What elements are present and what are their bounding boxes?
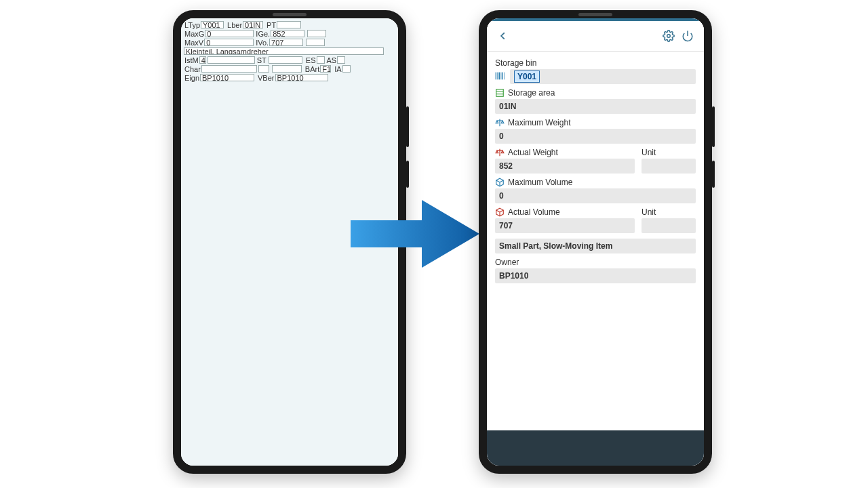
legacy-field[interactable] [258,65,269,73]
legacy-field[interactable] [201,65,257,73]
unit-label: Unit [642,148,656,157]
svg-rect-6 [501,72,502,79]
storage-bin-value: Y001 [514,70,540,83]
svg-rect-3 [496,72,496,79]
storage-area-value: 01IN [499,102,516,111]
svg-point-1 [667,35,671,38]
legacy-field[interactable]: 4 [199,56,206,64]
legacy-field[interactable]: BP1010 [200,74,254,81]
description-input[interactable]: Small Part, Slow-Moving Item [495,239,696,253]
legacy-field[interactable]: BP1010 [275,74,328,81]
phone-speaker [578,13,612,16]
app-header [487,21,704,52]
legacy-label: Eign [184,74,200,83]
storage-bin-label: Storage bin [495,58,536,68]
legacy-label: IA [334,65,342,74]
legacy-label: BArt [304,65,320,74]
barcode-icon [495,71,506,83]
owner-label: Owner [495,258,519,267]
svg-marker-0 [351,200,479,268]
legacy-label: LTyp [184,21,201,30]
owner-value: BP1010 [499,271,528,281]
legacy-label: IGe. [255,30,271,39]
max-weight-value: 0 [499,131,504,141]
bottom-bar [487,430,704,466]
max-weight-input[interactable]: 0 [495,129,696,144]
legacy-field[interactable] [337,56,345,64]
legacy-form: LTyp Y001 Lber 01IN PT MaxG 0 IGe. 852 [181,18,398,85]
cube-icon [495,178,505,187]
legacy-label: MaxG [184,30,205,39]
actual-weight-label: Actual Weight [508,148,558,157]
legacy-field[interactable]: 0 [204,39,254,46]
legacy-field[interactable] [277,21,301,28]
legacy-label: ST [256,56,267,65]
legacy-field[interactable]: Kleinteil, Langsamdreher [184,47,384,55]
phone-button [712,161,715,188]
actual-weight-unit-input[interactable] [642,159,696,174]
settings-button[interactable] [659,26,678,45]
legacy-field[interactable]: F1 [320,65,331,73]
legacy-field[interactable] [272,65,302,73]
legacy-field[interactable]: Y001 [201,21,224,28]
phone-button [406,106,409,147]
scale-icon [495,118,505,127]
svg-rect-7 [502,72,503,79]
legacy-label: Lber [226,21,243,30]
storage-area-input[interactable]: 01IN [495,99,696,114]
phone-button [712,106,715,147]
svg-rect-4 [497,72,498,79]
max-volume-label: Maximum Volume [508,178,572,187]
legacy-field[interactable] [208,56,255,64]
actual-weight-value: 852 [499,161,513,171]
max-volume-value: 0 [499,191,504,201]
legacy-label: IVo. [255,39,269,47]
form-content: Storage bin Y001 [487,52,704,430]
svg-rect-8 [504,72,505,79]
cube-red-icon [495,207,505,217]
modern-phone: Storage bin Y001 [479,10,712,474]
phone-speaker [273,13,307,16]
storage-area-label: Storage area [508,88,555,98]
description-value: Small Part, Slow-Moving Item [499,241,612,251]
legacy-field[interactable] [306,39,325,46]
legacy-label: VBer [257,74,275,83]
legacy-field[interactable]: 01IN [243,21,263,28]
legacy-label: MaxV [184,39,204,47]
legacy-field[interactable] [342,65,351,73]
actual-volume-input[interactable]: 707 [495,218,635,233]
max-weight-label: Maximum Weight [508,118,570,127]
legacy-label: Char [184,65,201,74]
power-button[interactable] [678,26,697,45]
actual-volume-value: 707 [499,221,513,230]
unit-label-2: Unit [642,207,656,217]
scale-red-icon [495,148,505,157]
owner-input[interactable]: BP1010 [495,268,696,283]
legacy-label: PT [266,21,277,30]
storage-area-icon [495,88,505,98]
legacy-field[interactable]: 0 [205,30,254,37]
legacy-field[interactable]: 852 [271,30,304,37]
arrow-icon [347,193,483,274]
svg-rect-5 [498,72,500,79]
legacy-label: IstM [184,56,199,65]
legacy-field[interactable] [307,30,326,37]
actual-weight-input[interactable]: 852 [495,159,635,174]
storage-bin-input[interactable]: Y001 [510,69,696,84]
back-button[interactable] [494,26,513,45]
legacy-label: AS [326,56,338,65]
max-volume-input[interactable]: 0 [495,188,696,203]
phone-button [406,161,409,188]
legacy-label: ES [305,56,317,65]
legacy-field[interactable] [269,56,302,64]
actual-volume-label: Actual Volume [508,207,560,217]
actual-volume-unit-input[interactable] [642,218,696,233]
legacy-field[interactable] [317,56,325,64]
legacy-field[interactable]: 707 [269,39,303,46]
svg-rect-9 [496,89,504,97]
